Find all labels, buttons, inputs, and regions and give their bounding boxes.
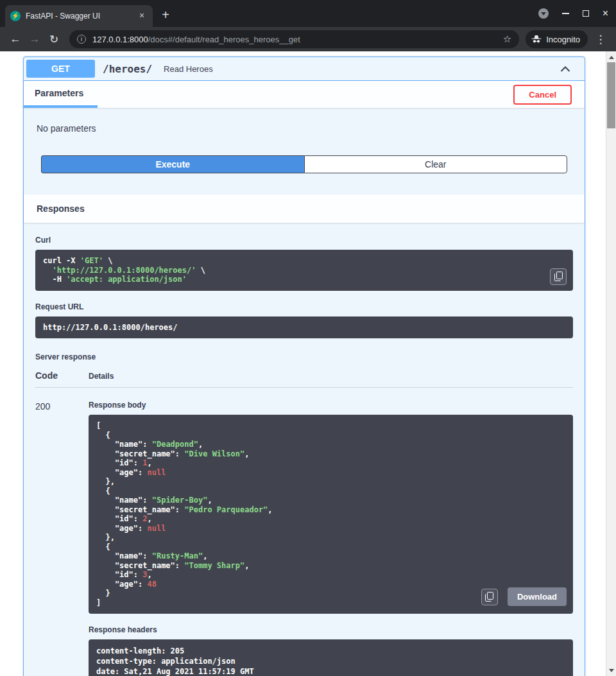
request-url-value: http://127.0.0.1:8000/heroes/ [43,323,178,332]
incognito-icon [531,35,542,44]
responses-inner: Curl curl -X 'GET' \ 'http://127.0.0.1:8… [24,223,585,676]
parameters-title: Parameters [35,88,83,98]
response-body-block: [ { "name": "Deadpond", "secret_name": "… [89,415,573,614]
vertical-scrollbar[interactable] [606,51,616,676]
execute-wrapper: Execute Clear [24,134,585,195]
page: GET /heroes/ Read Heroes Parameters Canc… [0,51,616,676]
operation-block-get-heroes: GET /heroes/ Read Heroes Parameters Canc… [23,56,585,676]
back-icon[interactable]: ← [6,30,24,48]
fastapi-favicon-icon: ⚡ [10,11,21,21]
url-path: /docs#/default/read_heroes_heroes__get [148,35,300,44]
clear-button[interactable]: Clear [304,155,568,173]
browser-tab[interactable]: ⚡ FastAPI - Swagger UI × [5,5,153,27]
window-close-icon[interactable]: × [603,8,608,19]
download-button[interactable]: Download [508,587,567,606]
navigation-bar: ← → ↻ i 127.0.0.1:8000/docs#/default/rea… [0,27,616,51]
curl-wrap: curl -X 'GET' \ 'http://127.0.0.1:8000/h… [35,250,573,291]
operation-path: /heroes/ [103,63,152,75]
browser-update-icon[interactable] [538,8,549,19]
menu-icon[interactable]: ⋮ [592,30,610,48]
response-body-label: Response body [89,401,573,410]
operation-body: Parameters Cancel No parameters Execute … [24,81,585,676]
response-headers-label: Response headers [89,625,573,634]
incognito-label: Incognito [546,35,580,44]
url-text: 127.0.0.1:8000/docs#/default/read_heroes… [92,35,498,44]
http-method-badge: GET [26,60,95,78]
collapse-chevron-icon[interactable] [558,62,573,76]
execute-button[interactable]: Execute [41,155,304,173]
forward-icon[interactable]: → [26,30,44,48]
url-host: 127.0.0.1:8000 [92,35,148,44]
curl-command-block: curl -X 'GET' \ 'http://127.0.0.1:8000/h… [35,250,573,291]
responses-header: Responses [24,195,585,223]
request-url-block: http://127.0.0.1:8000/heroes/ [35,316,573,339]
maximize-icon[interactable] [583,10,589,17]
new-tab-button[interactable]: + [157,6,175,24]
copy-response-body-icon[interactable] [481,589,498,605]
bookmark-star-icon[interactable]: ☆ [503,33,511,45]
tab-strip: ⚡ FastAPI - Swagger UI × + × [0,0,616,27]
response-body-wrap: [ { "name": "Deadpond", "secret_name": "… [89,415,573,614]
parameters-header: Parameters Cancel [24,81,585,108]
response-table-header: Code Details [35,370,573,388]
scrollbar-thumb[interactable] [607,62,615,128]
scroll-down-icon[interactable] [606,666,616,675]
tab-title: FastAPI - Swagger UI [26,12,131,21]
reload-icon[interactable]: ↻ [45,30,63,48]
tab-parameters[interactable]: Parameters [24,81,98,108]
operation-summary[interactable]: GET /heroes/ Read Heroes [24,57,585,81]
no-parameters-text: No parameters [24,108,585,134]
site-info-icon[interactable]: i [77,35,86,44]
request-url-label: Request URL [35,302,573,311]
curl-label: Curl [35,236,573,245]
minimize-icon[interactable] [562,13,569,14]
status-code: 200 [35,401,89,676]
scroll-up-icon[interactable] [606,53,616,62]
window-controls: × [538,0,608,27]
response-details: Response body [ { "name": "Deadpond", "s… [89,401,573,676]
response-headers-block: content-length: 205content-type: applica… [89,639,573,676]
responses-title: Responses [37,204,85,214]
server-response-label: Server response [35,352,573,361]
tab-close-icon[interactable]: × [136,10,148,22]
copy-curl-icon[interactable] [550,268,567,285]
code-column-header: Code [35,370,89,381]
response-row-200: 200 Response body [ { "name": "Deadpond"… [35,401,573,676]
cancel-button[interactable]: Cancel [513,85,572,105]
response-body-actions: Download [481,587,567,606]
details-column-header: Details [89,370,114,381]
incognito-badge: Incognito [526,30,588,48]
server-response-table: Code Details 200 Response body [ { "name… [35,370,573,676]
address-bar[interactable]: i 127.0.0.1:8000/docs#/default/read_hero… [69,30,519,48]
operation-summary-text: Read Heroes [164,64,213,74]
